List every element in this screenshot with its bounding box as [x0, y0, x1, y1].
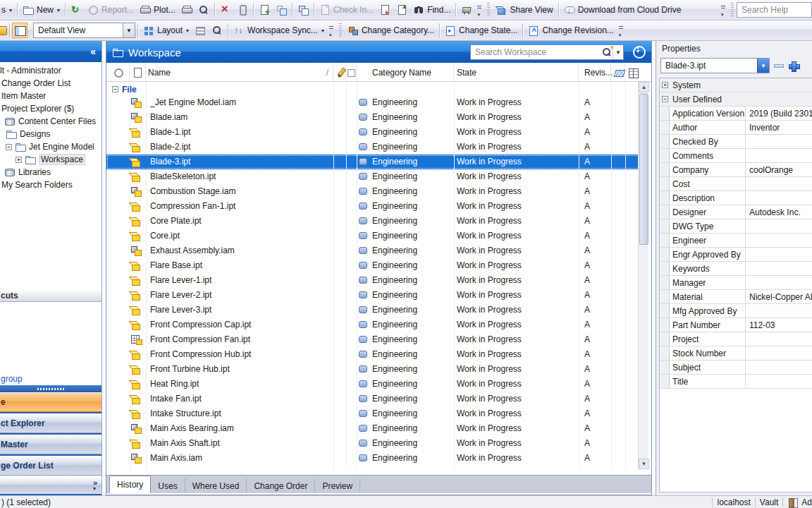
- property-value[interactable]: [746, 346, 812, 360]
- property-value[interactable]: [746, 177, 812, 190]
- toolbar-overflow-button[interactable]: [327, 23, 336, 38]
- scrollbar-thumb[interactable]: [639, 94, 648, 245]
- table-row[interactable]: Main Axis Shaft.iptEngineeringWork in Pr…: [106, 436, 639, 451]
- table-row[interactable]: BladeSkeleton.iptEngineeringWork in Prog…: [106, 169, 639, 184]
- file-selector[interactable]: Blade-3.ipt ▼: [660, 58, 770, 73]
- tree-item-content-center-files[interactable]: Content Center Files: [0, 115, 102, 128]
- tree-item-designs[interactable]: Designs: [0, 128, 102, 140]
- scroll-up-button[interactable]: ▲: [639, 82, 649, 92]
- table-row[interactable]: Blade-3.iptEngineeringWork in ProgressA: [106, 155, 639, 169]
- property-section-user-defined[interactable]: −User Defined: [660, 92, 812, 107]
- column-header-grid[interactable]: [625, 63, 639, 82]
- workspace-search-input[interactable]: Search Workspace * ▼: [470, 44, 624, 60]
- table-row[interactable]: Front Turbine Hub.iptEngineeringWork in …: [106, 362, 639, 377]
- property-value[interactable]: Autodesk Inc.: [746, 205, 812, 219]
- nav-button-master[interactable]: Master: [0, 435, 102, 454]
- property-value[interactable]: [746, 149, 812, 162]
- table-row[interactable]: Blade.iamEngineeringWork in ProgressA: [106, 110, 639, 125]
- nav-splitter-handle[interactable]: [0, 385, 102, 392]
- toolbar-grip[interactable]: [487, 3, 490, 17]
- tree-item-libraries[interactable]: Libraries: [0, 166, 102, 179]
- print-preview-button[interactable]: [195, 3, 212, 17]
- tab-where-used[interactable]: Where Used: [185, 478, 247, 493]
- tab-uses[interactable]: Uses: [151, 478, 185, 493]
- table-row[interactable]: Front Compression Hub.iptEngineeringWork…: [106, 347, 639, 362]
- move-button[interactable]: [295, 3, 312, 17]
- property-value[interactable]: 112-03: [746, 318, 812, 332]
- panel-toggle-button[interactable]: [12, 23, 27, 38]
- property-value[interactable]: [746, 219, 812, 233]
- tree-item-item-master[interactable]: Item Master: [0, 90, 102, 102]
- tree-expander-icon[interactable]: −: [6, 144, 12, 150]
- file-group-header[interactable]: − File: [106, 83, 137, 95]
- group-link[interactable]: group: [0, 373, 102, 385]
- collapse-pane-button[interactable]: «: [90, 46, 96, 57]
- change-state-button[interactable]: Change State...: [442, 23, 520, 37]
- table-row[interactable]: Flare Lever-3.iptEngineeringWork in Prog…: [106, 303, 639, 318]
- column-header-name[interactable]: Name /: [146, 63, 333, 82]
- table-row[interactable]: Blade-1.iptEngineeringWork in ProgressA: [106, 125, 639, 140]
- tab-preview[interactable]: Preview: [315, 478, 360, 493]
- table-row[interactable]: Intake Structure.iptEngineeringWork in P…: [106, 406, 639, 421]
- property-value[interactable]: [746, 234, 812, 247]
- tree-item-my-search-folders[interactable]: My Search Folders: [0, 179, 102, 191]
- table-row[interactable]: Main Axis Bearing.iamEngineeringWork in …: [106, 421, 639, 436]
- clipped-dropdown-button[interactable]: s▾: [0, 4, 15, 16]
- property-value[interactable]: 2019 (Build 23013: [746, 107, 812, 120]
- property-value[interactable]: Nickel-Copper Al: [746, 290, 812, 303]
- table-row[interactable]: Flare Base.iptEngineeringWork in Progres…: [106, 258, 639, 273]
- property-value[interactable]: Inventor: [746, 121, 812, 134]
- table-row[interactable]: Combustion Stage.iamEngineeringWork in P…: [106, 184, 639, 199]
- change-revision-button[interactable]: Change Revision...: [525, 23, 616, 37]
- property-value[interactable]: [746, 248, 812, 261]
- new-button[interactable]: New ▾: [20, 3, 63, 17]
- cart-button[interactable]: [458, 3, 475, 17]
- tree-item-workspace[interactable]: +Workspace: [0, 153, 102, 166]
- tree-item-change-order-list[interactable]: Change Order List: [0, 77, 102, 90]
- tab-change-order[interactable]: Change Order: [247, 478, 315, 493]
- add-property-button[interactable]: [788, 60, 799, 71]
- column-header-select[interactable]: [111, 63, 130, 82]
- report-button[interactable]: Report...: [85, 3, 137, 17]
- tree-expander-icon[interactable]: +: [16, 157, 22, 163]
- property-value[interactable]: [746, 361, 812, 374]
- undo-check-out-button[interactable]: [393, 3, 410, 17]
- details-view-button[interactable]: [192, 23, 209, 37]
- workspace-sync-button[interactable]: Workspace Sync... ▾: [230, 23, 327, 37]
- check-in-button[interactable]: Check In...: [316, 3, 376, 17]
- column-header-state[interactable]: State: [454, 63, 579, 82]
- preview-pane-button[interactable]: [209, 23, 226, 37]
- collapse-group-icon[interactable]: −: [112, 86, 118, 92]
- property-section-system[interactable]: +System: [660, 78, 812, 92]
- property-value[interactable]: [746, 276, 812, 289]
- attach-button[interactable]: [234, 3, 251, 17]
- property-value[interactable]: [746, 135, 812, 148]
- download-cloud-button[interactable]: Download from Cloud Drive: [561, 3, 684, 17]
- nav-button-e[interactable]: e: [0, 392, 102, 412]
- tree-item-project-explorer-[interactable]: Project Explorer ($): [0, 102, 102, 115]
- table-row[interactable]: Heat Ring.iptEngineeringWork in Progress…: [106, 377, 639, 392]
- toolbar-overflow-button[interactable]: [617, 23, 626, 38]
- property-value[interactable]: [746, 191, 812, 205]
- column-header-checkbox[interactable]: [346, 63, 357, 82]
- property-value[interactable]: [746, 304, 812, 318]
- table-row[interactable]: Intake Fan.iptEngineeringWork in Progres…: [106, 392, 639, 406]
- table-row[interactable]: Compression Fan-1.iptEngineeringWork in …: [106, 199, 639, 214]
- delete-button[interactable]: [217, 3, 234, 17]
- table-row[interactable]: Flare Lever-2.iptEngineeringWork in Prog…: [106, 288, 639, 303]
- table-row-partial[interactable]: [106, 466, 639, 469]
- table-row[interactable]: Flare Lever-1.iptEngineeringWork in Prog…: [106, 273, 639, 288]
- layout-button[interactable]: Layout ▾: [140, 23, 192, 37]
- tree-item-lt-administrator[interactable]: lt - Administrator: [0, 64, 102, 77]
- property-value[interactable]: [746, 262, 812, 275]
- chevron-down-icon[interactable]: ▼: [613, 45, 623, 59]
- tree-item-jet-engine-model[interactable]: −Jet Engine Model: [0, 140, 102, 153]
- column-header-edit[interactable]: [333, 63, 346, 82]
- print-button[interactable]: [178, 3, 195, 17]
- column-header-category[interactable]: Category Name: [357, 63, 454, 82]
- copy-design-button[interactable]: [273, 3, 290, 17]
- property-value[interactable]: [746, 375, 812, 388]
- toolbar-overflow-button[interactable]: [719, 2, 728, 18]
- search-help-input[interactable]: Search Help: [737, 2, 812, 18]
- column-header-revision[interactable]: Revis...: [579, 63, 611, 82]
